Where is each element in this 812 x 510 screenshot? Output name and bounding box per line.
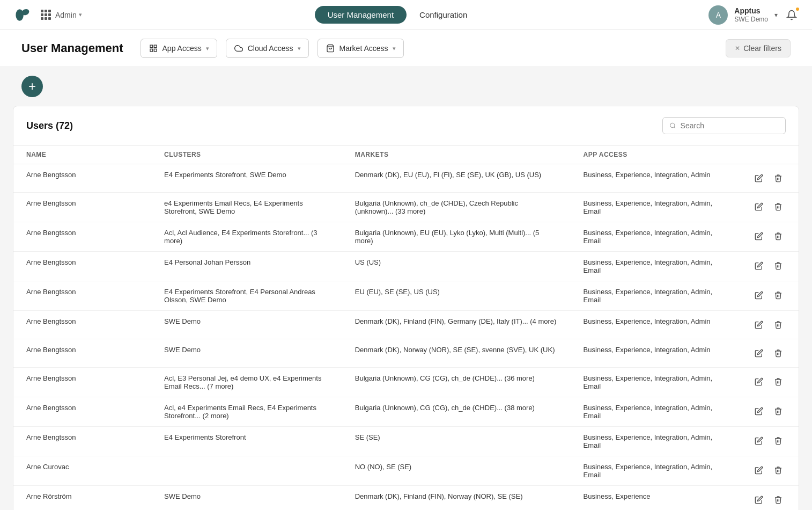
cell-app-access: Business, Experience, Integration, Admin… xyxy=(571,427,739,456)
cell-actions xyxy=(739,397,799,427)
cell-actions xyxy=(739,222,799,252)
edit-user-button[interactable] xyxy=(751,374,766,389)
delete-user-button[interactable] xyxy=(771,229,786,244)
edit-user-button[interactable] xyxy=(751,288,766,303)
cloud-access-chevron-icon: ▾ xyxy=(298,45,301,52)
admin-chevron-icon: ▾ xyxy=(79,11,82,18)
svg-rect-3 xyxy=(154,45,157,48)
edit-user-button[interactable] xyxy=(751,346,766,361)
add-user-button[interactable]: + xyxy=(21,76,43,97)
edit-user-button[interactable] xyxy=(751,492,766,507)
cell-name: Arne Bengtsson xyxy=(13,368,151,397)
brand-logo-icon xyxy=(13,5,32,25)
search-icon xyxy=(669,122,676,129)
app-access-icon xyxy=(149,43,158,53)
edit-user-button[interactable] xyxy=(751,229,766,244)
delete-user-button[interactable] xyxy=(771,258,786,273)
user-management-nav-button[interactable]: User Management xyxy=(315,6,407,24)
search-input[interactable] xyxy=(681,121,779,130)
cell-app-access: Business, Experience, Integration, Admin… xyxy=(571,222,739,252)
cell-clusters: SWE Demo xyxy=(151,311,342,339)
cell-markets: Denmark (DK), EU (EU), FI (FI), SE (SE),… xyxy=(342,164,571,193)
edit-user-button[interactable] xyxy=(751,433,766,448)
cloud-access-label: Cloud Access xyxy=(248,44,293,53)
edit-icon xyxy=(755,320,763,329)
cell-name: Arne Bengtsson xyxy=(13,252,151,281)
cell-name: Arne Bengtsson xyxy=(13,311,151,339)
cell-name: Arne Bengtsson xyxy=(13,193,151,222)
trash-icon xyxy=(774,436,783,445)
add-area: + xyxy=(0,67,812,106)
market-access-chevron-icon: ▾ xyxy=(393,45,396,52)
cell-markets: SE (SE) xyxy=(342,427,571,456)
app-access-filter-button[interactable]: App Access ▾ xyxy=(141,39,217,58)
cell-clusters: E4 Experiments Storefront xyxy=(151,427,342,456)
clear-filters-label: Clear filters xyxy=(743,44,781,53)
edit-user-button[interactable] xyxy=(751,463,766,478)
delete-user-button[interactable] xyxy=(771,492,786,507)
cell-actions xyxy=(739,164,799,193)
delete-user-button[interactable] xyxy=(771,463,786,478)
delete-user-button[interactable] xyxy=(771,346,786,361)
cell-clusters: e4 Experiments Email Recs, E4 Experiment… xyxy=(151,193,342,222)
trash-icon xyxy=(774,407,783,416)
user-menu-chevron-icon[interactable]: ▾ xyxy=(774,11,778,19)
cell-clusters: SWE Demo xyxy=(151,339,342,368)
cell-clusters: SWE Demo xyxy=(151,486,342,511)
delete-user-button[interactable] xyxy=(771,171,786,186)
cell-app-access: Business, Experience, Integration, Admin… xyxy=(571,252,739,281)
users-card-header: Users (72) xyxy=(13,106,799,145)
cell-app-access: Business, Experience, Integration, Admin… xyxy=(571,456,739,486)
table-row: Arne Bengtsson SWE Demo Denmark (DK), No… xyxy=(13,339,799,368)
edit-user-button[interactable] xyxy=(751,258,766,273)
logo[interactable] xyxy=(13,5,32,25)
delete-user-button[interactable] xyxy=(771,433,786,448)
cloud-access-filter-button[interactable]: Cloud Access ▾ xyxy=(226,39,309,58)
cell-clusters: Acl, e4 Experiments Email Recs, E4 Exper… xyxy=(151,397,342,427)
cell-markets: Denmark (DK), Norway (NOR), SE (SE), sve… xyxy=(342,339,571,368)
cell-markets: NO (NO), SE (SE) xyxy=(342,456,571,486)
admin-menu[interactable]: Admin ▾ xyxy=(41,10,82,20)
cloud-svg-icon xyxy=(234,44,243,53)
cell-clusters: E4 Experiments Storefront, E4 Personal A… xyxy=(151,281,342,311)
market-access-filter-button[interactable]: Market Access ▾ xyxy=(318,39,404,58)
cell-actions xyxy=(739,311,799,339)
clear-filters-button[interactable]: ✕ Clear filters xyxy=(726,39,791,57)
cell-actions xyxy=(739,486,799,511)
notifications-bell-button[interactable] xyxy=(784,8,799,23)
cell-markets: Bulgaria (Unknown), EU (EU), Lyko (Lyko)… xyxy=(342,222,571,252)
notification-badge xyxy=(795,6,800,12)
table-row: Arne Bengtsson E4 Experiments Storefront… xyxy=(13,281,799,311)
delete-user-button[interactable] xyxy=(771,288,786,303)
cell-app-access: Business, Experience xyxy=(571,486,739,511)
cell-markets: Bulgaria (Unknown), CG (CG), ch_de (CHDE… xyxy=(342,397,571,427)
edit-icon xyxy=(755,232,763,241)
edit-user-button[interactable] xyxy=(751,404,766,419)
table-row: Arne Bengtsson Acl, Acl Audience, E4 Exp… xyxy=(13,222,799,252)
trash-icon xyxy=(774,174,783,183)
table-row: Arne Bengtsson e4 Experiments Email Recs… xyxy=(13,193,799,222)
cell-markets: Bulgaria (Unknown), ch_de (CHDE), Czech … xyxy=(342,193,571,222)
delete-user-button[interactable] xyxy=(771,404,786,419)
users-table-body: Arne Bengtsson E4 Experiments Storefront… xyxy=(13,164,799,511)
delete-user-button[interactable] xyxy=(771,374,786,389)
cell-markets: EU (EU), SE (SE), US (US) xyxy=(342,281,571,311)
market-access-label: Market Access xyxy=(339,44,388,53)
delete-user-button[interactable] xyxy=(771,199,786,214)
cell-markets: Denmark (DK), Finland (FIN), Norway (NOR… xyxy=(342,486,571,511)
edit-user-button[interactable] xyxy=(751,199,766,214)
cell-actions xyxy=(739,456,799,486)
configuration-nav-button[interactable]: Configuration xyxy=(411,6,476,24)
cell-clusters: E4 Personal Johan Persson xyxy=(151,252,342,281)
search-box[interactable] xyxy=(662,117,786,134)
trash-icon xyxy=(774,232,783,241)
edit-user-button[interactable] xyxy=(751,317,766,332)
trash-icon xyxy=(774,377,783,386)
edit-icon xyxy=(755,291,763,300)
delete-user-button[interactable] xyxy=(771,317,786,332)
trash-icon xyxy=(774,320,783,329)
table-row: Arne Bengtsson Acl, E3 Personal Jej, e4 … xyxy=(13,368,799,397)
cell-actions xyxy=(739,252,799,281)
edit-user-button[interactable] xyxy=(751,171,766,186)
table-row: Arne Rörström SWE Demo Denmark (DK), Fin… xyxy=(13,486,799,511)
